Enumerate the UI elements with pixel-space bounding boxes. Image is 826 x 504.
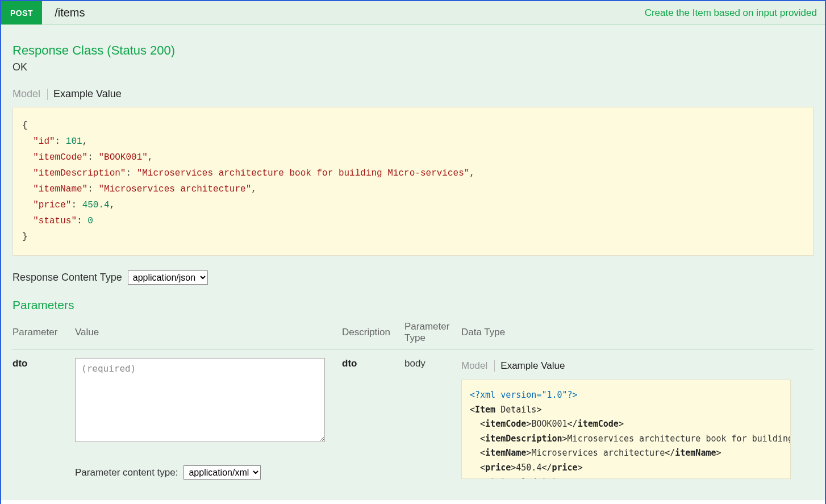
response-content-type-row: Response Content Type application/json: [12, 270, 814, 285]
table-header-row: Parameter Value Description Parameter Ty…: [12, 318, 814, 350]
col-data-type: Data Type: [461, 318, 814, 350]
param-example-xml[interactable]: <?xml version="1.0"?> <Item Details> <it…: [461, 380, 791, 479]
col-parameter-type: Parameter Type: [404, 318, 461, 350]
param-value-input[interactable]: [75, 358, 325, 442]
param-description: dto: [342, 350, 404, 484]
col-description: Description: [342, 318, 404, 350]
tab-model-datatype[interactable]: Model: [461, 358, 493, 374]
endpoint-path: /items: [55, 6, 85, 19]
tab-example-value[interactable]: Example Value: [53, 86, 127, 102]
operation-content: Response Class (Status 200) OK Model Exa…: [1, 25, 825, 500]
http-method-badge: POST: [1, 1, 42, 24]
swagger-operation: POST /items Create the Item based on inp…: [1, 1, 825, 504]
parameters-table: Parameter Value Description Parameter Ty…: [12, 318, 814, 483]
param-value-cell: Parameter content type: application/xml: [75, 350, 342, 484]
operation-header[interactable]: POST /items Create the Item based on inp…: [1, 1, 825, 25]
param-content-type-select[interactable]: application/xml: [183, 465, 261, 480]
param-type: body: [404, 350, 461, 484]
tab-divider: [494, 360, 495, 372]
param-content-type-row: Parameter content type: application/xml: [75, 465, 336, 480]
response-content-type-select[interactable]: application/json: [128, 270, 208, 285]
table-row: dto Parameter content type: application/…: [12, 350, 814, 484]
tab-divider: [47, 89, 48, 100]
response-example-json[interactable]: { "id": 101, "itemCode": "BOOK001", "ite…: [12, 107, 814, 256]
endpoint-summary: Create the Item based on input provided: [645, 7, 817, 19]
response-tabs: Model Example Value: [12, 86, 814, 102]
col-value: Value: [75, 318, 342, 350]
param-data-type-cell: Model Example Value <?xml version="1.0"?…: [461, 350, 814, 484]
param-name: dto: [12, 350, 75, 484]
response-status-text: OK: [12, 61, 814, 73]
tab-model[interactable]: Model: [12, 86, 46, 102]
response-content-type-label: Response Content Type: [12, 272, 122, 284]
param-content-type-label: Parameter content type:: [75, 467, 178, 478]
response-class-title: Response Class (Status 200): [12, 43, 814, 58]
tab-example-value-datatype[interactable]: Example Value: [500, 358, 570, 374]
parameters-title: Parameters: [12, 298, 814, 312]
data-type-tabs: Model Example Value: [461, 358, 808, 374]
col-parameter: Parameter: [12, 318, 75, 350]
